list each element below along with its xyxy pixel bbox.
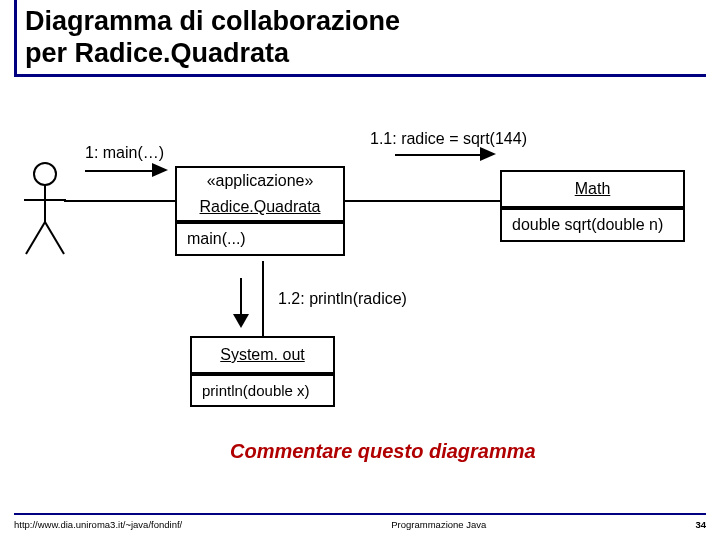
- svg-marker-7: [233, 314, 249, 328]
- class-box-system-out: System. out println(double x): [190, 336, 335, 407]
- class-math-name: Math: [502, 172, 683, 206]
- class-sysout-name: System. out: [192, 338, 333, 372]
- message-1-arrow-line: [85, 170, 157, 172]
- slide-footer: http://www.dia.uniroma3.it/~java/fondinf…: [14, 513, 706, 530]
- footer-url: http://www.dia.uniroma3.it/~java/fondinf…: [14, 519, 182, 530]
- message-1-1-label: 1.1: radice = sqrt(144): [370, 130, 527, 148]
- class-sysout-operation: println(double x): [192, 374, 333, 405]
- diagram-comment: Commentare questo diagramma: [230, 440, 536, 463]
- svg-point-0: [34, 163, 56, 185]
- class-app-operation: main(...): [177, 222, 343, 254]
- title-line-1: Diagramma di collaborazione: [25, 6, 400, 36]
- svg-line-4: [45, 222, 64, 254]
- message-1-2-arrowhead-icon: [233, 314, 249, 330]
- message-1-arrowhead-icon: [152, 163, 170, 177]
- svg-marker-5: [152, 163, 168, 177]
- message-1-2-label: 1.2: println(radice): [278, 290, 407, 308]
- footer-course: Programmazione Java: [182, 519, 695, 530]
- association-actor-app: [64, 200, 176, 202]
- class-app-name: Radice.Quadrata: [177, 194, 343, 220]
- slide-title: Diagramma di collaborazione per Radice.Q…: [14, 0, 706, 77]
- class-box-applicazione: «applicazione» Radice.Quadrata main(...): [175, 166, 345, 256]
- class-app-stereotype: «applicazione»: [177, 168, 343, 194]
- message-1-label: 1: main(…): [85, 144, 164, 162]
- association-app-sysout: [262, 261, 264, 336]
- footer-page-number: 34: [695, 519, 706, 530]
- actor-icon: [20, 160, 70, 260]
- title-line-2: per Radice.Quadrata: [25, 38, 289, 68]
- svg-line-3: [26, 222, 45, 254]
- diagram-canvas: 1: main(…) «applicazione» Radice.Quadrat…: [0, 130, 720, 480]
- svg-marker-6: [480, 147, 496, 161]
- association-app-math: [345, 200, 500, 202]
- message-1-1-arrowhead-icon: [480, 147, 498, 161]
- message-1-1-arrow-line: [395, 154, 485, 156]
- class-box-math: Math double sqrt(double n): [500, 170, 685, 242]
- message-1-2-arrow-line: [240, 278, 242, 318]
- class-math-operation: double sqrt(double n): [502, 208, 683, 240]
